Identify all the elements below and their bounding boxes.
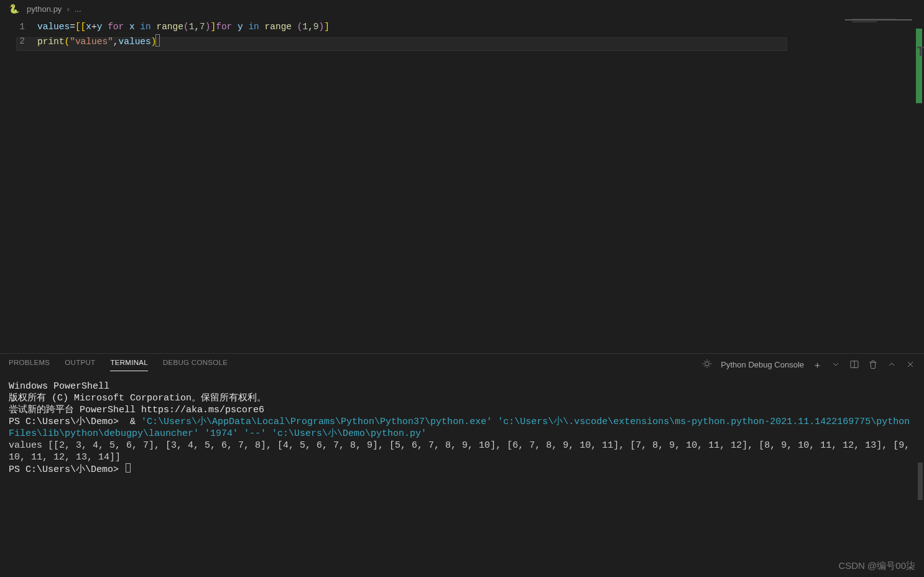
terminal-prompt[interactable]: PS C:\Users\小\Demo> [9,463,915,476]
panel-tab-bar: PROBLEMS OUTPUT TERMINAL DEBUG CONSOLE P… [0,354,924,376]
line-number-gutter: 1 2 [0,17,37,353]
code-line[interactable]: values=[[x+y for x in range(1,7)]for y i… [37,20,330,34]
debug-icon [702,359,712,371]
terminal-line: PS C:\Users\小\Demo> & 'C:\Users\小\AppDat… [9,416,915,440]
maximize-panel-button[interactable] [887,359,897,371]
new-terminal-button[interactable]: ＋ [813,360,822,369]
terminal-line: 尝试新的跨平台 PowerShell https://aka.ms/pscore… [9,404,915,416]
terminal-kind-label[interactable]: Python Debug Console [721,360,804,369]
terminal-scrollbar[interactable] [917,376,923,577]
tab-problems[interactable]: PROBLEMS [9,359,50,371]
editor-cursor [155,34,160,47]
svg-point-0 [705,362,709,366]
breadcrumb-file[interactable]: python.py [27,4,62,14]
line-number: 1 [0,20,25,34]
terminal-cursor [126,463,131,473]
code-area[interactable]: values=[[x+y for x in range(1,7)]for y i… [37,17,330,353]
overview-ruler[interactable] [916,29,922,103]
tab-terminal[interactable]: TERMINAL [110,359,148,371]
terminal-output-line: values [[2, 3, 4, 5, 6, 7], [3, 4, 5, 6,… [9,440,915,463]
terminal[interactable]: Windows PowerShell 版权所有 (C) Microsoft Co… [0,376,924,577]
panel: PROBLEMS OUTPUT TERMINAL DEBUG CONSOLE P… [0,353,924,577]
minimap[interactable] [852,19,914,354]
code-line[interactable]: print("values",values) [37,34,330,48]
scrollbar-thumb[interactable] [918,463,923,500]
terminal-line: 版权所有 (C) Microsoft Corporation。保留所有权利。 [9,392,915,404]
python-file-icon: 🐍 [9,4,19,14]
kill-terminal-button[interactable] [868,359,878,371]
preview-indicator-icon: T [917,45,923,63]
split-terminal-button[interactable] [849,359,859,371]
tab-output[interactable]: OUTPUT [65,359,95,371]
breadcrumb-separator: › [67,4,69,14]
line-number: 2 [0,34,25,48]
close-panel-button[interactable] [905,359,915,371]
breadcrumb[interactable]: 🐍 python.py › ... [0,0,924,17]
terminal-dropdown-button[interactable] [831,359,841,371]
editor[interactable]: 1 2 values=[[x+y for x in range(1,7)]for… [0,17,924,353]
breadcrumb-context[interactable]: ... [75,4,81,14]
tab-debug-console[interactable]: DEBUG CONSOLE [163,359,228,371]
watermark: CSDN @编号00柒 [838,560,915,572]
terminal-line: Windows PowerShell [9,381,915,392]
